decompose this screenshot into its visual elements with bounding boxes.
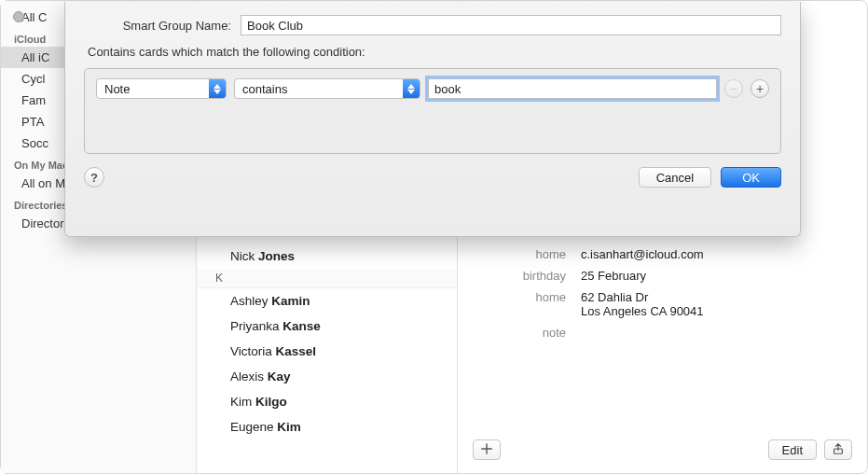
detail-field-value[interactable]: c.isanhart@icloud.com [581,247,852,261]
list-item[interactable]: Kim Kilgo [197,389,457,414]
smart-group-name-input[interactable] [241,15,781,35]
contact-first-name: Ashley [230,294,269,308]
detail-field-label: note [473,326,566,340]
condition-description: Contains cards which match the following… [84,45,781,59]
detail-field-label: birthday [473,269,566,283]
minus-icon: − [730,82,737,95]
detail-field-label: home [473,247,566,261]
plus-icon: + [756,82,764,95]
detail-field-value[interactable] [581,326,852,340]
traffic-close-button[interactable] [13,11,24,22]
contact-last-name: Kilgo [255,395,287,409]
contact-last-name: Kassel [276,344,317,358]
list-item[interactable]: Eugene Kim [197,414,457,439]
list-item[interactable]: Priyanka Kanse [197,314,457,339]
rule-field-popup[interactable]: Note [96,78,227,99]
cancel-button[interactable]: Cancel [639,167,711,188]
smart-group-sheet: Smart Group Name: Contains cards which m… [64,2,801,237]
share-button[interactable] [824,439,852,460]
contact-last-name: Kay [268,369,291,383]
list-item[interactable]: Ashley Kamin [197,288,457,314]
rule-value-input[interactable] [428,78,717,99]
detail-footer: Edit [473,439,852,460]
contact-last-name: Jones [258,249,295,263]
detail-field-label: home [473,290,566,318]
ok-button[interactable]: OK [721,167,781,188]
rule-operator-value: contains [235,82,403,96]
list-item[interactable]: Victoria Kassel [197,339,457,364]
detail-row: birthday 25 February [458,265,867,286]
contact-first-name: Victoria [230,344,272,358]
help-button[interactable]: ? [84,167,104,188]
contact-first-name: Eugene [230,420,274,434]
rule-row: Note contains − [96,78,769,99]
share-icon [832,442,845,458]
detail-row: note [458,322,867,343]
chevron-up-down-icon [403,79,420,98]
contact-last-name: Kamin [271,294,310,308]
contact-last-name: Kanse [282,319,321,333]
detail-row: home c.isanhart@icloud.com [458,244,867,265]
edit-button[interactable]: Edit [768,439,817,460]
contact-first-name: Priyanka [230,319,280,333]
plus-icon [480,442,493,458]
contact-last-name: Kim [277,420,301,434]
list-item[interactable]: Nick Jones [197,244,457,269]
rule-field-value: Note [97,82,209,96]
list-section-header: K [197,269,457,288]
chevron-up-down-icon [209,79,226,98]
contact-first-name: Alexis [230,369,264,383]
smart-group-name-label: Smart Group Name: [84,19,231,33]
rule-operator-popup[interactable]: contains [234,78,420,99]
contact-first-name: Nick [230,249,255,263]
list-item[interactable]: Alexis Kay [197,364,457,389]
detail-field-value: 25 February [581,269,852,283]
detail-field-value: 62 Dahlia Dr Los Angeles CA 90041 [581,290,852,318]
detail-row: home 62 Dahlia Dr Los Angeles CA 90041 [458,286,867,322]
remove-rule-button: − [724,79,743,98]
add-rule-button[interactable]: + [751,79,769,98]
contact-first-name: Kim [230,395,252,409]
add-field-button[interactable] [473,439,501,460]
rules-container: Note contains − [84,68,781,154]
